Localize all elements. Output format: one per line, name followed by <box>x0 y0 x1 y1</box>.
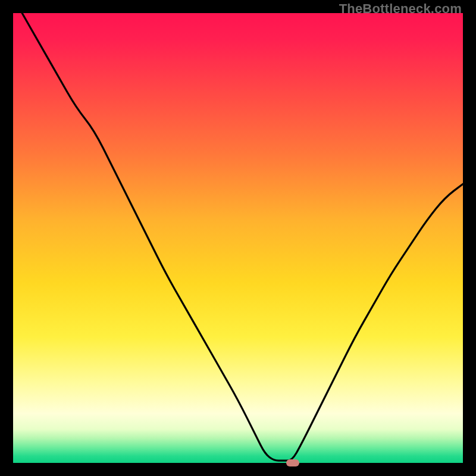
bottleneck-curve <box>13 13 463 463</box>
chart-frame <box>13 13 463 463</box>
optimum-marker <box>286 459 299 466</box>
